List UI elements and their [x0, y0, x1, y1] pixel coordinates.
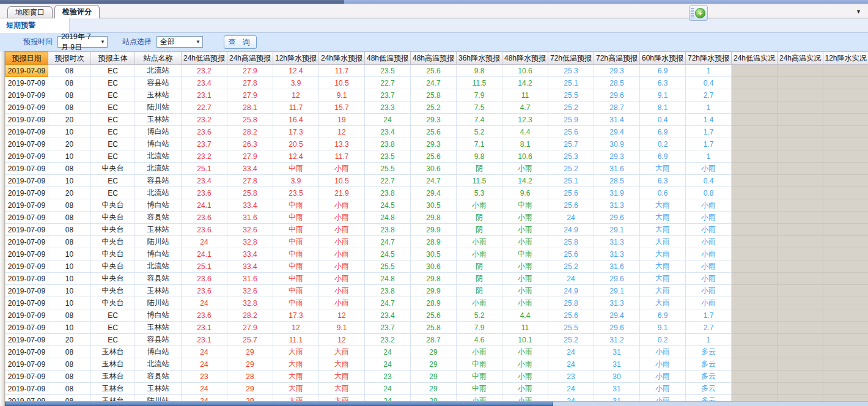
- table-cell[interactable]: 29.3: [411, 138, 457, 150]
- table-cell[interactable]: 12: [319, 309, 365, 322]
- table-cell[interactable]: 小雨: [502, 371, 548, 383]
- table-cell[interactable]: 14.2: [502, 175, 548, 187]
- table-cell[interactable]: 小雨: [319, 236, 365, 248]
- table-cell[interactable]: 25.1: [182, 163, 227, 175]
- table-cell[interactable]: 12: [273, 322, 319, 334]
- table-cell[interactable]: [823, 371, 868, 383]
- table-cell[interactable]: 大雨: [273, 358, 319, 371]
- table-cell[interactable]: 中雨: [273, 297, 319, 309]
- table-cell[interactable]: 29: [227, 383, 273, 395]
- table-cell[interactable]: 容县站: [135, 273, 182, 285]
- table-cell[interactable]: 31.6: [594, 163, 640, 175]
- table-cell[interactable]: [778, 77, 823, 89]
- table-row[interactable]: 2019-07-0908EC玉林站23.127.9129.123.725.87.…: [6, 89, 868, 102]
- column-header[interactable]: 72h高温预报: [594, 52, 640, 65]
- table-cell[interactable]: EC: [91, 175, 135, 187]
- table-cell[interactable]: 29.8: [411, 212, 457, 224]
- table-cell[interactable]: 12.3: [502, 114, 548, 126]
- table-cell[interactable]: 25.2: [548, 163, 594, 175]
- table-cell[interactable]: 29: [227, 346, 273, 358]
- table-cell[interactable]: EC: [91, 102, 135, 114]
- table-cell[interactable]: 25.8: [227, 114, 273, 126]
- table-cell[interactable]: 23.6: [182, 212, 227, 224]
- table-cell[interactable]: 10: [48, 273, 91, 285]
- table-row[interactable]: 2019-07-0908中央台容县站23.631.6中雨小雨24.829.8阴小…: [6, 212, 868, 224]
- table-cell[interactable]: 11.7: [319, 65, 365, 77]
- table-cell[interactable]: [778, 138, 823, 150]
- table-row[interactable]: 2019-07-0908EC博白站23.628.217.31223.425.65…: [6, 309, 868, 322]
- table-cell[interactable]: [732, 334, 778, 346]
- table-cell[interactable]: 29: [227, 358, 273, 371]
- table-cell[interactable]: 1: [686, 102, 732, 114]
- table-cell[interactable]: [778, 224, 823, 236]
- table-cell[interactable]: 9.1: [640, 89, 686, 102]
- table-cell[interactable]: 小雨: [640, 346, 686, 358]
- table-cell[interactable]: 博白站: [135, 346, 182, 358]
- table-row[interactable]: 2019-07-0908EC陆川站22.728.111.715.723.325.…: [6, 102, 868, 114]
- table-cell[interactable]: 中央台: [91, 248, 135, 260]
- table-cell[interactable]: 小雨: [319, 224, 365, 236]
- table-cell[interactable]: 6.9: [640, 65, 686, 77]
- table-row[interactable]: 2019-07-0908中央台博白站24.133.4中雨小雨24.530.5小雨…: [6, 199, 868, 212]
- table-cell[interactable]: 23.2: [182, 65, 227, 77]
- table-cell[interactable]: [732, 65, 778, 77]
- table-cell[interactable]: 29.3: [411, 114, 457, 126]
- table-cell[interactable]: 8.1: [502, 138, 548, 150]
- table-cell[interactable]: 小雨: [686, 260, 732, 273]
- table-cell[interactable]: 31.9: [594, 187, 640, 199]
- table-cell[interactable]: [823, 65, 868, 77]
- table-cell[interactable]: 7.9: [457, 89, 502, 102]
- table-cell[interactable]: 31.2: [594, 334, 640, 346]
- column-header[interactable]: 36h降水预报: [457, 52, 502, 65]
- table-cell[interactable]: 23.1: [182, 334, 227, 346]
- table-row[interactable]: 2019-07-0908玉林台玉林站2429大雨大雨2429中雨小雨2431小雨…: [6, 383, 868, 395]
- table-cell[interactable]: 玉林台: [91, 358, 135, 371]
- table-cell[interactable]: [823, 322, 868, 334]
- table-cell[interactable]: 27.8: [227, 77, 273, 89]
- table-cell[interactable]: 玉林台: [91, 383, 135, 395]
- table-cell[interactable]: 25.9: [548, 114, 594, 126]
- table-cell[interactable]: 25.2: [548, 102, 594, 114]
- table-cell[interactable]: 博白站: [135, 126, 182, 138]
- table-cell[interactable]: EC: [91, 322, 135, 334]
- table-cell[interactable]: 3.9: [273, 175, 319, 187]
- table-cell[interactable]: 25.5: [548, 322, 594, 334]
- table-cell[interactable]: 10.5: [319, 77, 365, 89]
- table-cell[interactable]: [732, 89, 778, 102]
- table-cell[interactable]: [732, 114, 778, 126]
- table-cell[interactable]: 33.4: [227, 163, 273, 175]
- table-cell[interactable]: 29.4: [411, 187, 457, 199]
- table-cell[interactable]: 1.7: [686, 138, 732, 150]
- table-cell[interactable]: 25.7: [548, 138, 594, 150]
- table-cell[interactable]: 陆川站: [135, 297, 182, 309]
- table-cell[interactable]: [732, 236, 778, 248]
- table-cell[interactable]: 2019-07-09: [6, 260, 48, 273]
- table-cell[interactable]: 小雨: [319, 212, 365, 224]
- table-cell[interactable]: 10: [48, 126, 91, 138]
- table-cell[interactable]: 小雨: [502, 285, 548, 297]
- table-cell[interactable]: 小雨: [686, 212, 732, 224]
- query-button[interactable]: 查 询: [224, 35, 257, 49]
- column-header[interactable]: 48h低温预报: [365, 52, 411, 65]
- table-cell[interactable]: 阴: [457, 224, 502, 236]
- table-row[interactable]: 2019-07-0910EC玉林站23.127.9129.123.725.87.…: [6, 322, 868, 334]
- table-cell[interactable]: 28.1: [227, 102, 273, 114]
- table-cell[interactable]: 陆川站: [135, 236, 182, 248]
- column-header[interactable]: 24h低温预报: [182, 52, 227, 65]
- table-cell[interactable]: [732, 358, 778, 371]
- table-cell[interactable]: [778, 163, 823, 175]
- table-cell[interactable]: 中央台: [91, 297, 135, 309]
- table-cell[interactable]: 14.2: [502, 77, 548, 89]
- table-cell[interactable]: 24.7: [411, 77, 457, 89]
- table-cell[interactable]: [823, 163, 868, 175]
- table-cell[interactable]: 中雨: [457, 371, 502, 383]
- table-cell[interactable]: 11.5: [457, 77, 502, 89]
- table-cell[interactable]: 0.4: [686, 77, 732, 89]
- table-cell[interactable]: 33.4: [227, 248, 273, 260]
- table-cell[interactable]: 25.8: [411, 322, 457, 334]
- table-row[interactable]: 2019-07-0908中央台玉林站23.632.6中雨小雨23.829.9阴小…: [6, 224, 868, 236]
- table-cell[interactable]: 08: [48, 358, 91, 371]
- table-cell[interactable]: 玉林站: [135, 322, 182, 334]
- table-cell[interactable]: 25.6: [548, 248, 594, 260]
- column-header[interactable]: 72h低温预报: [548, 52, 594, 65]
